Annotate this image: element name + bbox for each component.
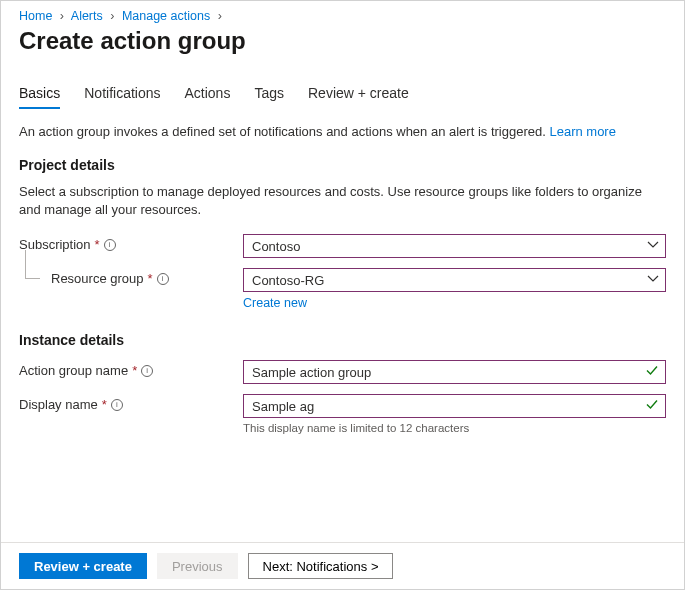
- subscription-label: Subscription * i: [19, 234, 243, 252]
- tab-review-create[interactable]: Review + create: [308, 85, 409, 109]
- display-name-input[interactable]: Sample ag: [243, 394, 666, 418]
- display-name-hint: This display name is limited to 12 chara…: [243, 422, 666, 434]
- info-icon[interactable]: i: [157, 273, 169, 285]
- description-text: An action group invokes a defined set of…: [19, 124, 546, 139]
- breadcrumb-alerts[interactable]: Alerts: [71, 9, 103, 23]
- chevron-right-icon: ›: [110, 9, 114, 23]
- action-group-name-label: Action group name * i: [19, 360, 243, 378]
- chevron-right-icon: ›: [218, 9, 222, 23]
- chevron-right-icon: ›: [60, 9, 64, 23]
- required-indicator: *: [148, 271, 153, 286]
- required-indicator: *: [102, 397, 107, 412]
- subscription-select[interactable]: Contoso: [243, 234, 666, 258]
- learn-more-link[interactable]: Learn more: [549, 124, 615, 139]
- action-group-name-input[interactable]: Sample action group: [243, 360, 666, 384]
- project-details-sub: Select a subscription to manage deployed…: [19, 183, 666, 218]
- info-icon[interactable]: i: [104, 239, 116, 251]
- check-icon: [645, 398, 659, 415]
- review-create-button[interactable]: Review + create: [19, 553, 147, 579]
- page-title: Create action group: [19, 27, 666, 55]
- chevron-down-icon: [647, 273, 659, 288]
- tab-bar: Basics Notifications Actions Tags Review…: [19, 85, 666, 110]
- next-notifications-button[interactable]: Next: Notifications >: [248, 553, 394, 579]
- info-icon[interactable]: i: [111, 399, 123, 411]
- resource-group-select[interactable]: Contoso-RG: [243, 268, 666, 292]
- project-details-heading: Project details: [19, 157, 666, 173]
- create-new-link[interactable]: Create new: [243, 296, 307, 310]
- info-icon[interactable]: i: [141, 365, 153, 377]
- tab-actions[interactable]: Actions: [185, 85, 231, 109]
- display-name-label: Display name * i: [19, 394, 243, 412]
- chevron-down-icon: [647, 239, 659, 254]
- required-indicator: *: [132, 363, 137, 378]
- tab-basics[interactable]: Basics: [19, 85, 60, 109]
- check-icon: [645, 364, 659, 381]
- previous-button: Previous: [157, 553, 238, 579]
- tab-tags[interactable]: Tags: [254, 85, 284, 109]
- tab-notifications[interactable]: Notifications: [84, 85, 160, 109]
- resource-group-label: Resource group * i: [51, 268, 243, 286]
- instance-details-heading: Instance details: [19, 332, 666, 348]
- description: An action group invokes a defined set of…: [19, 124, 666, 139]
- breadcrumb-home[interactable]: Home: [19, 9, 52, 23]
- footer: Review + create Previous Next: Notificat…: [1, 542, 684, 589]
- required-indicator: *: [95, 237, 100, 252]
- breadcrumb-manage-actions[interactable]: Manage actions: [122, 9, 210, 23]
- breadcrumb: Home › Alerts › Manage actions ›: [19, 9, 666, 23]
